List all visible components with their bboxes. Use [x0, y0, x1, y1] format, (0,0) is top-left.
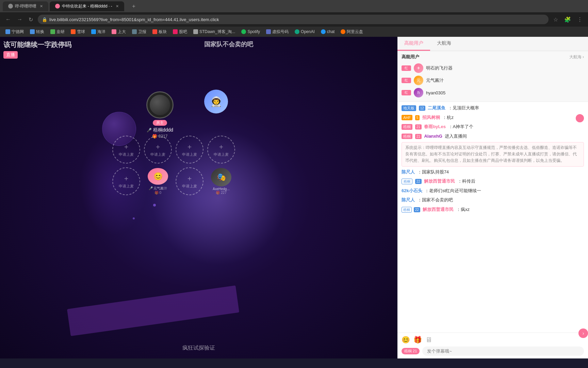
slot-plus-icon-2: ＋ — [154, 142, 161, 151]
forward-button[interactable]: → — [16, 15, 24, 24]
chat-avatar-2 — [576, 114, 584, 122]
chat-messages: 地天板 12 二尾溪鱼 ：见顶巨大概率 AHF 5 招风树桐 ：杭z 梧桐 21… — [397, 102, 588, 333]
user-row-2: 红 元 元气酱汁 — [402, 74, 584, 87]
bookmark-favicon-ningde — [5, 29, 10, 34]
bookmark-favicon-jiuyan — [50, 29, 55, 34]
bookmark-favicon-chat — [321, 29, 326, 34]
gift-button[interactable]: 🎁 — [413, 336, 422, 344]
chat-username-2: 招风树桐 — [422, 115, 440, 120]
chat-username-1: 二尾溪鱼 — [428, 105, 445, 110]
slot-3[interactable]: ＋ 申请上麦 — [176, 136, 203, 164]
emoji-button[interactable]: 😊 — [402, 336, 410, 344]
address-bar-row: ← → ↻ 🔒 live.bilibili.com/23215569?live_… — [0, 12, 588, 27]
slot-2[interactable]: ＋ 申请上麦 — [144, 136, 172, 164]
back-button[interactable]: ← — [4, 15, 12, 24]
tab-close-2[interactable]: ✕ — [116, 4, 119, 9]
bookmark-jiuyan[interactable]: 韭研 — [48, 28, 67, 36]
bookmark-favicon-openai — [295, 29, 299, 34]
bookmark-label-guba: 股吧 — [179, 29, 187, 35]
chat-icons-row: 😊 🎁 🖥 — [402, 336, 584, 344]
tab-favicon-1 — [8, 4, 13, 9]
chat-badge-1: 地天板 — [402, 105, 416, 111]
high-energy-section: 高能用户 大航海 › 红 ✈ 明石的飞行器 红 元 元气酱汁 红 h hyan0… — [397, 51, 588, 102]
bookmark-weibao[interactable]: 卫报 — [129, 28, 149, 36]
chat-panel-header: 高能用户 大航海 — [397, 37, 588, 51]
bookmark-convert[interactable]: 转换 — [27, 28, 47, 36]
slot-label-5: 申请上麦 — [119, 184, 134, 189]
slot-username-6: 元气酱汁 — [153, 186, 167, 191]
bookmark-vphone[interactable]: 虚拟号码 — [263, 28, 291, 36]
bookmark-label-ningde: 宁德网 — [12, 29, 24, 35]
new-tab-button[interactable]: ＋ — [126, 1, 142, 12]
bookmark-snowball[interactable]: 雪球 — [68, 28, 88, 36]
chat-msg-1: 地天板 12 二尾溪鱼 ：见顶巨大概率 — [402, 105, 584, 111]
slot-5[interactable]: ＋ 申请上麦 — [112, 167, 140, 195]
star-button[interactable]: ☆ — [552, 15, 559, 24]
reload-button[interactable]: ↻ — [27, 15, 34, 24]
high-energy-more[interactable]: 大航海 › — [569, 54, 584, 60]
slot-plus-icon-7: ＋ — [186, 174, 193, 183]
high-energy-title: 高能用户 — [402, 54, 419, 60]
chat-text-7: ：老师们st红向还可能继续一 — [425, 188, 481, 193]
host-name: 🎤 梧桐dddd — [147, 127, 173, 133]
bookmark-stdawn[interactable]: STDawn_博客_淘... — [191, 28, 238, 36]
user-avatar-3: h — [414, 88, 423, 97]
chat-badge-6: 梧桐 — [402, 179, 412, 184]
tab-close-1[interactable]: ✕ — [40, 4, 43, 9]
bookmark-shanda[interactable]: 上大 — [109, 28, 129, 36]
bookmark-chat[interactable]: chat — [318, 28, 338, 35]
tab-favicon-2 — [55, 4, 60, 9]
bookmark-favicon-snowball — [71, 29, 76, 34]
send-floating-button[interactable]: › — [578, 328, 588, 338]
slot-count-6: 🎁 0 — [154, 191, 161, 195]
user-name-1: 明石的飞行器 — [426, 65, 453, 71]
chat-badge-num-2: 5 — [415, 115, 420, 120]
slot-1[interactable]: ＋ 申请上麦 — [112, 136, 140, 164]
bookmark-label-spotify: Spotify — [247, 29, 260, 34]
bookmark-guba[interactable]: 股吧 — [170, 28, 190, 36]
bookmark-label-stdawn: STDawn_博客_淘... — [199, 29, 235, 35]
chat-msg-5: 陈尺人 ：国家队持股74 — [402, 169, 584, 175]
bookmark-favicon-shanda — [112, 29, 116, 34]
slot-plus-icon-5: ＋ — [123, 174, 130, 183]
chat-username-9: 解放西普通市民 — [423, 207, 454, 212]
slot-7[interactable]: ＋ 申请上麦 — [176, 167, 203, 195]
bookmark-label-snowball: 雪球 — [77, 29, 85, 35]
bookmark-favicon-aliyun — [341, 29, 345, 34]
lock-icon: 🔒 — [42, 17, 47, 22]
chat-input[interactable] — [422, 347, 584, 356]
bookmark-label-haiyang: 海洋 — [97, 29, 105, 35]
bookmark-ningde[interactable]: 宁德网 — [3, 28, 27, 36]
bookmark-aliyun[interactable]: 阿里云盘 — [338, 28, 366, 36]
slot-plus-icon-3: ＋ — [186, 142, 193, 151]
user-row-3: 红 h hyan0305 — [402, 87, 584, 99]
bookmark-bankuai[interactable]: 板块 — [150, 28, 169, 36]
slot-4[interactable]: ＋ 申请上麦 — [207, 136, 235, 164]
bookmark-spotify[interactable]: Spotify — [239, 28, 263, 35]
video-area: 该可能继续一字跌停吗 直播 国家队不会卖的吧 房主 🎤 梧桐dddd 🎁 321… — [0, 37, 397, 358]
user-avatar-2: 元 — [414, 76, 423, 85]
chat-badge-9: 梧桐 — [402, 207, 412, 213]
menu-button[interactable]: ⋮ — [576, 15, 584, 24]
tab-high-energy[interactable]: 高能用户 — [397, 37, 430, 51]
bookmark-label-vphone: 虚拟号码 — [272, 29, 289, 35]
address-bar[interactable]: 🔒 live.bilibili.com/23215569?live_from=8… — [38, 15, 549, 24]
tab-dahanghai[interactable]: 大航海 — [430, 37, 458, 51]
chat-username-4: AlanxhG — [424, 134, 442, 139]
chat-badge-num-1: 12 — [419, 106, 425, 111]
user-name-2: 元气酱汁 — [426, 77, 444, 83]
screen-button[interactable]: 🖥 — [425, 336, 432, 344]
chat-username-5: 陈尺人 — [402, 169, 415, 174]
extensions-button[interactable]: 🧩 — [563, 15, 572, 24]
tab-inactive[interactable]: 哔·哔哩哔哩 ✕ — [3, 1, 48, 11]
dot1 — [153, 204, 156, 206]
bookmark-haiyang[interactable]: 海洋 — [88, 28, 108, 36]
slot-plus-icon-1: ＋ — [123, 142, 130, 151]
bookmark-openai[interactable]: OpenAI — [292, 28, 317, 35]
chat-msg-2: AHF 5 招风树桐 ：杭z — [402, 114, 584, 121]
tab-bar: 哔·哔哩哔哩 ✕ 中特佐吹起来 - 梧桐dddd · - ✕ ＋ — [0, 0, 588, 12]
chat-badge-num-9: 22 — [414, 207, 420, 212]
bookmark-favicon-stdawn — [193, 29, 198, 34]
host-area: 房主 🎤 梧桐dddd 🎁 3217 — [146, 91, 174, 139]
tab-active[interactable]: 中特佐吹起来 - 梧桐dddd · - ✕ — [50, 1, 124, 11]
